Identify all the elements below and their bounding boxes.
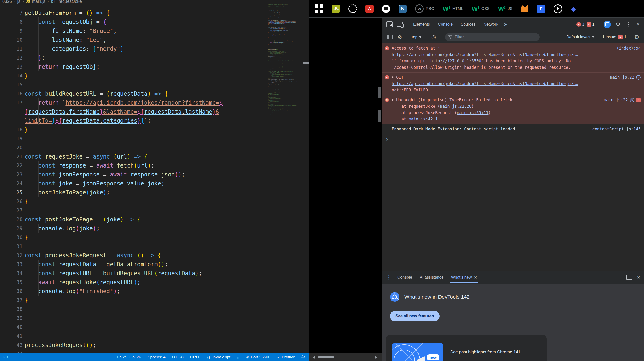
code-line-31[interactable]: 31 <box>0 242 268 251</box>
expand-caret-icon[interactable] <box>392 98 394 101</box>
eol-setting[interactable]: CRLF <box>190 355 200 360</box>
code-line-12[interactable]: 12 }; <box>0 54 268 62</box>
settings-gear-icon[interactable]: ⚙ <box>614 21 622 28</box>
drawer-tab-console[interactable]: Console <box>394 271 416 284</box>
code-line-9[interactable]: 9 firstName: "Bruce", <box>0 26 268 36</box>
split-panel-icon[interactable] <box>626 275 632 280</box>
close-drawer-icon[interactable]: × <box>635 274 642 280</box>
expand-caret-icon[interactable] <box>392 76 394 79</box>
console-link[interactable]: http://127.0.0.1:5500 <box>430 58 481 63</box>
code-line-34[interactable]: 34 const requestURL = buildRequestURL(re… <box>0 269 268 278</box>
bookmark-notion[interactable]: N <box>398 5 406 13</box>
device-toolbar-icon[interactable] <box>397 22 403 27</box>
page-vertical-scrollbar-thumb[interactable] <box>378 87 380 98</box>
close-devtools-icon[interactable]: × <box>634 21 642 28</box>
clear-console-icon[interactable]: ⊘ <box>396 34 404 40</box>
code-line-21[interactable]: 21const requestJoke = async (url) => { <box>0 152 268 161</box>
code-line-23[interactable]: 23 const jsonResponse = await response.j… <box>0 170 268 179</box>
console-link[interactable]: main.js:42:1 <box>409 117 438 122</box>
error-count-icon[interactable]: × <box>576 22 581 27</box>
live-expression-icon[interactable]: ◎ <box>429 34 438 40</box>
code-line-38[interactable]: 38 <box>0 305 268 314</box>
code-line-11[interactable]: 11 categories: ["nerdy"] <box>0 44 268 54</box>
tab-elements[interactable]: Elements <box>409 18 434 31</box>
console-message-error[interactable]: ×main.js:22⇅×Uncaught (in promise) TypeE… <box>382 95 644 124</box>
code-line-20[interactable]: 20 <box>0 143 268 152</box>
code-line-10[interactable]: 10 lastName: "Lee", <box>0 36 268 44</box>
console-link[interactable]: https://api.icndb.com/jokes/random?first… <box>392 81 578 86</box>
code-line-36[interactable]: 36 console.log("Finished"); <box>0 287 268 296</box>
inspect-element-icon[interactable] <box>386 22 393 27</box>
code-line-35[interactable]: 35 await requestJoke(requestURL); <box>0 278 268 287</box>
code-line-43[interactable]: 43 <box>0 350 268 354</box>
bookmark-pdf[interactable]: A <box>366 5 374 13</box>
console-message-error[interactable]: ×main.js:22⇅GEThttps://api.icndb.com/jok… <box>382 72 644 95</box>
code-line-24[interactable]: 24 const joke = jsonResponse.value.joke; <box>0 179 268 188</box>
drawer-tab-ai-assistance[interactable]: AI assistance <box>416 271 447 284</box>
issues-counter[interactable]: 1 Issue: × 1 <box>600 35 628 40</box>
ai-assistance-icon[interactable]: ✦ <box>604 21 611 28</box>
drawer-menu-icon[interactable]: ⋮ <box>384 274 394 280</box>
bookmark-openai[interactable] <box>348 4 357 13</box>
code-line-16[interactable]: 16const buildRequestURL = (requestData) … <box>0 89 268 98</box>
source-link[interactable]: (index):54 <box>616 45 641 52</box>
code-line-wrap[interactable]: limitTo=[${requestData.categories}]`; <box>0 116 268 125</box>
breadcrumb-item[interactable]: requestJoke <box>58 0 82 4</box>
code-line-25[interactable]: 25 postJokeToPage(joke); <box>0 188 268 197</box>
console-message-error[interactable]: ×(index):54Access to fetch at 'https://a… <box>382 44 644 72</box>
prettier-formatter[interactable]: ✓ Prettier <box>277 355 294 360</box>
highlights-card[interactable]: new See past highlights from Chrome 141 <box>386 335 547 361</box>
tab-sources[interactable]: Sources <box>457 18 479 31</box>
reveal-icon[interactable]: ⇅ <box>636 75 641 80</box>
bookmark-w-rbc-rbc[interactable]: WRBC <box>415 4 434 13</box>
code-editor[interactable]: 7getDataFromForm = () => {8 const reques… <box>0 5 309 354</box>
encoding-setting[interactable]: UTF-8 <box>172 355 184 360</box>
console-message-info[interactable]: contentScript.js:145Enhanced Dark Mode E… <box>382 124 644 134</box>
problems-indicator[interactable]: ⚠ 0 <box>2 355 10 360</box>
code-line-18[interactable]: 18} <box>0 125 268 134</box>
page-vertical-scrollbar-thumb[interactable] <box>378 110 380 122</box>
tab-network[interactable]: Network <box>480 18 502 31</box>
issue-badge-icon[interactable]: × <box>636 98 641 102</box>
devtools-menu-icon[interactable]: ⋮ <box>624 22 633 27</box>
code-line-33[interactable]: 33 const requestData = getDataFromForm()… <box>0 260 268 269</box>
reveal-icon[interactable]: ⇅ <box>630 98 634 102</box>
context-selector[interactable]: top <box>410 35 423 40</box>
breadcrumb-item[interactable]: js <box>17 0 20 4</box>
scroll-left-arrow[interactable] <box>313 355 316 359</box>
code-line-29[interactable]: 29 console.log(joke); <box>0 224 268 233</box>
bookmark-fontawesome[interactable]: F <box>537 5 545 13</box>
language-mode[interactable]: { } JavaScript <box>207 355 230 360</box>
code-line-19[interactable]: 19 <box>0 134 268 143</box>
bookmark-play[interactable] <box>554 4 562 13</box>
bookmark-tmcc[interactable]: TMCC <box>332 5 340 13</box>
code-line-22[interactable]: 22 const response = await fetch(url); <box>0 161 268 170</box>
bookmark-github[interactable] <box>382 5 390 13</box>
console-settings-gear-icon[interactable]: ⚙ <box>632 34 641 40</box>
issues-icon[interactable]: × <box>587 22 591 27</box>
code-line-26[interactable]: 26} <box>0 197 268 206</box>
bookmark-gem[interactable]: ◆ <box>571 5 576 13</box>
drawer-tab-what-s-new[interactable]: What's new× <box>447 271 480 284</box>
see-all-features-button[interactable]: See all new features <box>390 311 440 321</box>
source-link[interactable]: main.js:22 <box>610 74 634 80</box>
bookmark-w3-js-js[interactable]: W3JS <box>498 5 513 12</box>
code-line-27[interactable]: 27 <box>0 206 268 215</box>
apps-grid-icon[interactable] <box>315 4 324 13</box>
source-link[interactable]: contentScript.js:145 <box>592 126 641 132</box>
console-link[interactable]: https://api.icndb.com/jokes/random?first… <box>392 52 578 57</box>
console-link[interactable]: main.js:22:28 <box>440 104 472 109</box>
code-line-13[interactable]: 13 return requestObj; <box>0 62 268 71</box>
code-line-41[interactable]: 41 <box>0 332 268 341</box>
close-tab-icon[interactable]: × <box>474 275 477 280</box>
indentation-setting[interactable]: Spaces: 4 <box>148 355 166 360</box>
console-prompt[interactable]: › <box>382 134 644 144</box>
code-line-37[interactable]: 37} <box>0 296 268 305</box>
bookmark-w3-css-css[interactable]: W3CSS <box>472 5 490 12</box>
code-line-wrap[interactable]: {requestData.firstName}&lastName=${reque… <box>0 107 268 116</box>
live-server-port[interactable]: ⊘ Port : 5500 <box>246 355 270 360</box>
code-line-39[interactable]: 39 <box>0 314 268 323</box>
code-line-32[interactable]: 32const processJokeRequest = async () =>… <box>0 251 268 260</box>
minimap[interactable]: //Promises: pending, fulfilled, rejected… <box>268 4 305 352</box>
console-sidebar-icon[interactable] <box>387 35 393 40</box>
